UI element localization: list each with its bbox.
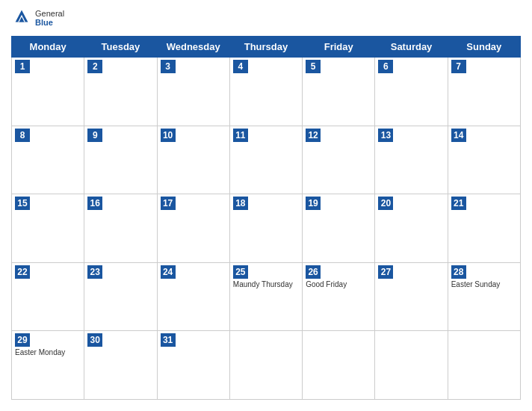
- day-number: 5: [306, 60, 321, 73]
- calendar-cell: 6: [375, 58, 448, 126]
- logo: General Blue: [11, 7, 64, 28]
- calendar-cell: [229, 331, 302, 400]
- day-number: 8: [15, 129, 30, 142]
- calendar-cell: 19: [303, 194, 375, 263]
- weekday-header-monday: Monday: [12, 37, 84, 58]
- holiday-label: Good Friday: [306, 280, 371, 288]
- day-number: 12: [306, 129, 321, 142]
- day-number: 19: [306, 197, 321, 210]
- calendar-cell: 5: [303, 58, 375, 126]
- calendar-cell: 27: [375, 262, 448, 331]
- day-number: 31: [161, 333, 176, 347]
- day-number: 22: [15, 265, 30, 279]
- day-number: 25: [233, 265, 248, 279]
- calendar-cell: 8: [12, 126, 84, 194]
- day-number: 2: [87, 60, 102, 73]
- day-number: 17: [161, 197, 176, 210]
- calendar-cell: 21: [448, 194, 520, 263]
- day-number: 16: [87, 197, 102, 210]
- calendar-cell: 31: [157, 331, 229, 400]
- calendar-cell: 16: [84, 194, 157, 263]
- day-number: 21: [451, 197, 466, 210]
- calendar-cell: 1: [12, 58, 84, 126]
- calendar-cell: 12: [303, 126, 375, 194]
- calendar-cell: 30: [84, 331, 157, 400]
- weekday-header-wednesday: Wednesday: [157, 37, 229, 58]
- calendar-cell: [448, 331, 520, 400]
- calendar-cell: 2: [84, 58, 157, 126]
- calendar-cell: 20: [375, 194, 448, 263]
- calendar-cell: 24: [157, 262, 229, 331]
- calendar-cell: 13: [375, 126, 448, 194]
- day-number: 28: [451, 265, 466, 279]
- calendar-cell: 17: [157, 194, 229, 263]
- weekday-header-tuesday: Tuesday: [84, 37, 157, 58]
- calendar-cell: 29Easter Monday: [12, 331, 84, 400]
- calendar-cell: [303, 331, 375, 400]
- day-number: 13: [378, 129, 393, 142]
- calendar-cell: 14: [448, 126, 520, 194]
- logo-general: General: [35, 9, 64, 18]
- week-row-3: 15161718192021: [12, 194, 521, 263]
- day-number: 26: [306, 265, 321, 279]
- day-number: 20: [378, 197, 393, 210]
- day-number: 1: [15, 60, 30, 73]
- holiday-label: Easter Monday: [15, 348, 81, 356]
- calendar-cell: 7: [448, 58, 520, 126]
- week-row-1: 1234567: [12, 58, 521, 126]
- calendar-cell: 4: [229, 58, 302, 126]
- holiday-label: Maundy Thursday: [233, 280, 299, 288]
- day-number: 30: [87, 333, 102, 347]
- calendar-table: MondayTuesdayWednesdayThursdayFridaySatu…: [11, 36, 521, 400]
- holiday-label: Easter Sunday: [451, 280, 517, 288]
- day-number: 29: [15, 333, 30, 347]
- week-row-4: 22232425Maundy Thursday26Good Friday2728…: [12, 262, 521, 331]
- day-number: 9: [87, 129, 102, 142]
- calendar-cell: 28Easter Sunday: [448, 262, 520, 331]
- calendar-cell: 10: [157, 126, 229, 194]
- day-number: 15: [15, 197, 30, 210]
- day-number: 11: [233, 129, 248, 142]
- weekday-header-friday: Friday: [303, 37, 375, 58]
- weekday-header-sunday: Sunday: [448, 37, 520, 58]
- day-number: 24: [161, 265, 176, 279]
- day-number: 4: [233, 60, 248, 73]
- day-number: 3: [161, 60, 176, 73]
- calendar-cell: 18: [229, 194, 302, 263]
- calendar-cell: 25Maundy Thursday: [229, 262, 302, 331]
- day-number: 7: [451, 60, 466, 73]
- day-number: 23: [87, 265, 102, 279]
- calendar-cell: 26Good Friday: [303, 262, 375, 331]
- calendar-cell: [375, 331, 448, 400]
- day-number: 6: [378, 60, 393, 73]
- day-number: 18: [233, 197, 248, 210]
- calendar-cell: 23: [84, 262, 157, 331]
- logo-icon: [11, 7, 32, 28]
- calendar-cell: 9: [84, 126, 157, 194]
- logo-blue: Blue: [35, 18, 64, 27]
- weekday-header-thursday: Thursday: [229, 37, 302, 58]
- calendar-header: General Blue: [11, 7, 521, 28]
- week-row-5: 29Easter Monday3031: [12, 331, 521, 400]
- week-row-2: 891011121314: [12, 126, 521, 194]
- day-number: 10: [161, 129, 176, 142]
- calendar-cell: 22: [12, 262, 84, 331]
- weekday-header-saturday: Saturday: [375, 37, 448, 58]
- day-number: 27: [378, 265, 393, 279]
- calendar-cell: 11: [229, 126, 302, 194]
- calendar-cell: 15: [12, 194, 84, 263]
- calendar-cell: 3: [157, 58, 229, 126]
- day-number: 14: [451, 129, 466, 142]
- weekday-header-row: MondayTuesdayWednesdayThursdayFridaySatu…: [12, 37, 521, 58]
